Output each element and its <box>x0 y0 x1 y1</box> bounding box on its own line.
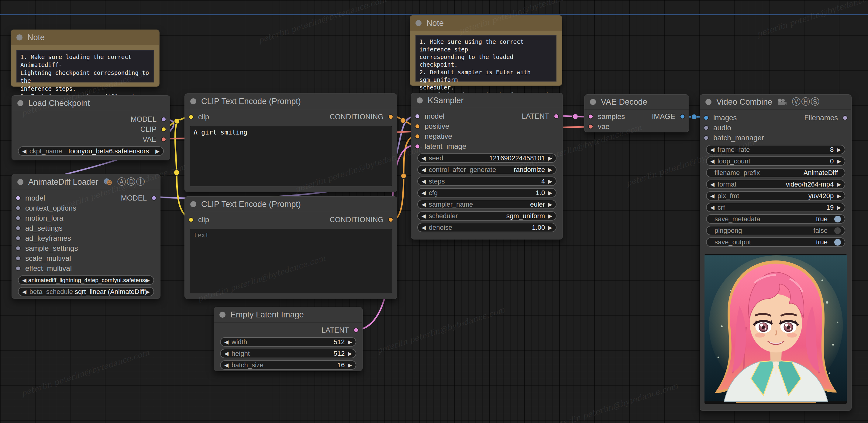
collapse-dot-icon[interactable] <box>705 99 711 105</box>
input-dot-clip[interactable] <box>188 217 194 222</box>
node-ksampler[interactable]: KSampler model LATENT positive negative … <box>411 93 563 239</box>
widget-ckpt-name[interactable]: ◀ ckpt_name toonyou_beta6.safetensors ▶ <box>18 146 164 156</box>
collapse-dot-icon[interactable] <box>17 100 23 106</box>
collapse-dot-icon[interactable] <box>417 97 423 104</box>
node-clip-text-encode-negative[interactable]: CLIP Text Encode (Prompt) clip CONDITION… <box>184 196 397 299</box>
increment-icon[interactable]: ▶ <box>548 190 552 196</box>
input-dot[interactable] <box>16 216 21 221</box>
widget-width[interactable]: ◀ width 512 ▶ <box>220 337 356 347</box>
decrement-icon[interactable]: ◀ <box>710 204 715 211</box>
output-dot-image[interactable] <box>680 114 685 119</box>
node-empty-latent-titlebar[interactable]: Empty Latent Image <box>214 307 362 322</box>
output-dot-latent[interactable] <box>353 328 359 333</box>
decrement-icon[interactable]: ◀ <box>224 339 228 345</box>
node-ksampler-titlebar[interactable]: KSampler <box>411 93 563 108</box>
decrement-icon[interactable]: ◀ <box>22 148 26 154</box>
decrement-icon[interactable]: ◀ <box>710 158 715 165</box>
output-dot-clip[interactable] <box>161 126 166 132</box>
increment-icon[interactable]: ▶ <box>837 146 841 153</box>
note-text[interactable]: 1. Make sure using the correct inference… <box>415 35 556 82</box>
note-text[interactable]: 1. Make sure loading the correct Animate… <box>17 50 154 82</box>
input-dot-samples[interactable] <box>588 114 593 119</box>
widget-control-after-generate[interactable]: ◀ control_after_generate randomize ▶ <box>417 165 556 174</box>
increment-icon[interactable]: ▶ <box>146 277 150 284</box>
collapse-dot-icon[interactable] <box>17 179 23 185</box>
increment-icon[interactable]: ▶ <box>837 204 841 211</box>
increment-icon[interactable]: ▶ <box>548 155 552 162</box>
increment-icon[interactable]: ▶ <box>548 178 552 185</box>
input-dot[interactable] <box>16 266 21 271</box>
widget-pingpong-toggle[interactable]: pingpong false <box>706 226 845 235</box>
decrement-icon[interactable]: ◀ <box>710 193 715 199</box>
widget-save-metadata-toggle[interactable]: save_metadata true <box>706 214 845 224</box>
decrement-icon[interactable]: ◀ <box>224 362 228 369</box>
node-note-2-titlebar[interactable]: Note <box>410 16 562 31</box>
node-clip-text-encode-positive[interactable]: CLIP Text Encode (Prompt) clip CONDITION… <box>184 93 397 192</box>
node-animatediff-loader[interactable]: AnimateDiff Loader ⒶⒹ① model MODEL conte… <box>11 174 160 299</box>
decrement-icon[interactable]: ◀ <box>422 213 426 219</box>
input-dot-clip[interactable] <box>188 114 194 119</box>
increment-icon[interactable]: ▶ <box>548 166 552 173</box>
increment-icon[interactable]: ▶ <box>548 224 552 231</box>
node-vae-decode-titlebar[interactable]: VAE Decode <box>584 95 689 110</box>
output-dot-model[interactable] <box>161 117 166 122</box>
decrement-icon[interactable]: ◀ <box>422 155 426 162</box>
input-dot-audio[interactable] <box>704 125 709 130</box>
widget-seed[interactable]: ◀ seed 121690224458101 ▶ <box>417 153 556 163</box>
increment-icon[interactable]: ▶ <box>837 158 841 165</box>
input-dot[interactable] <box>16 256 21 261</box>
input-dot[interactable] <box>16 205 21 210</box>
input-dot-latent-image[interactable] <box>415 144 420 149</box>
widget-pix-fmt[interactable]: ◀ pix_fmt yuv420p ▶ <box>706 191 845 201</box>
collapse-dot-icon[interactable] <box>17 34 23 40</box>
increment-icon[interactable]: ▶ <box>348 350 352 357</box>
node-empty-latent-image[interactable]: Empty Latent Image LATENT ◀ width 512 ▶ … <box>214 307 363 371</box>
output-dot-model[interactable] <box>151 195 157 201</box>
collapse-dot-icon[interactable] <box>219 312 225 318</box>
output-dot-vae[interactable] <box>161 137 166 142</box>
widget-loop-count[interactable]: ◀ loop_count 0 ▶ <box>706 157 845 166</box>
collapse-dot-icon[interactable] <box>190 98 196 104</box>
input-dot-positive[interactable] <box>415 123 420 129</box>
increment-icon[interactable]: ▶ <box>348 339 352 345</box>
input-dot[interactable] <box>16 235 21 241</box>
node-load-checkpoint[interactable]: Load Checkpoint MODEL CLIP VAE ◀ ckpt_na… <box>11 95 170 160</box>
node-note-1[interactable]: Note 1. Make sure loading the correct An… <box>11 30 160 87</box>
toggle-knob[interactable] <box>834 227 841 234</box>
decrement-icon[interactable]: ◀ <box>710 146 715 153</box>
widget-steps[interactable]: ◀ steps 4 ▶ <box>417 176 556 186</box>
node-vae-decode[interactable]: VAE Decode samples IMAGE vae <box>584 94 689 132</box>
collapse-dot-icon[interactable] <box>190 201 196 207</box>
node-graph-canvas[interactable]: peterlin peterlin@bytedance.com peterlin… <box>0 0 868 423</box>
input-dot-model[interactable] <box>415 114 420 119</box>
output-dot-filenames[interactable] <box>842 115 848 120</box>
prompt-textarea-empty[interactable]: text <box>190 229 392 293</box>
decrement-icon[interactable]: ◀ <box>422 166 426 173</box>
input-dot[interactable] <box>16 225 21 231</box>
decrement-icon[interactable]: ◀ <box>422 178 426 185</box>
widget-crf[interactable]: ◀ crf 19 ▶ <box>706 203 845 212</box>
collapse-dot-icon[interactable] <box>590 99 596 105</box>
node-note-1-titlebar[interactable]: Note <box>11 30 159 45</box>
decrement-icon[interactable]: ◀ <box>422 190 426 196</box>
widget-frame-rate[interactable]: ◀ frame_rate 8 ▶ <box>706 145 845 154</box>
widget-height[interactable]: ◀ height 512 ▶ <box>220 349 356 358</box>
decrement-icon[interactable]: ◀ <box>710 181 715 188</box>
node-clip1-titlebar[interactable]: CLIP Text Encode (Prompt) <box>185 94 397 109</box>
node-animatediff-titlebar[interactable]: AnimateDiff Loader ⒶⒹ① <box>12 174 160 190</box>
decrement-icon[interactable]: ◀ <box>422 201 426 208</box>
node-load-checkpoint-titlebar[interactable]: Load Checkpoint <box>12 95 170 111</box>
node-clip2-titlebar[interactable]: CLIP Text Encode (Prompt) <box>185 197 397 212</box>
widget-motion-model-name[interactable]: ◀ animatediff_lightning_4step_comfyui.sa… <box>18 275 154 285</box>
increment-icon[interactable]: ▶ <box>155 148 160 154</box>
collapse-dot-icon[interactable] <box>415 20 422 26</box>
widget-sampler-name[interactable]: ◀ sampler_name euler ▶ <box>417 200 556 209</box>
output-dot-conditioning[interactable] <box>388 217 393 222</box>
input-dot-batch-manager[interactable] <box>704 135 709 140</box>
node-video-combine-titlebar[interactable]: Video Combine ⓋⒽⓈ <box>700 95 851 110</box>
input-dot-vae[interactable] <box>588 124 593 129</box>
input-dot[interactable] <box>16 246 21 251</box>
node-video-combine[interactable]: Video Combine ⓋⒽⓈ images Filenames audio <box>700 94 851 411</box>
decrement-icon[interactable]: ◀ <box>422 224 426 231</box>
widget-filename-prefix[interactable]: filename_prefix AnimateDiff <box>706 168 845 177</box>
